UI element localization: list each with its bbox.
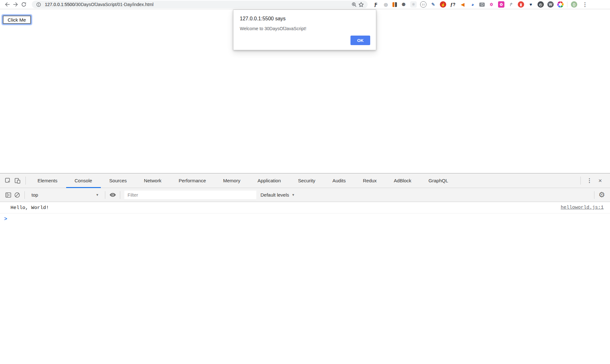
tab-application[interactable]: Application <box>249 173 289 188</box>
tab-adblock[interactable]: AdBlock <box>385 173 420 188</box>
devtools-tabs: ElementsConsoleSourcesNetworkPerformance… <box>29 173 457 188</box>
address-bar[interactable]: 127.0.0.1:5500/30DaysOfJavaScript/01-Day… <box>32 1 368 8</box>
alert-dialog-title: 127.0.0.1:5500 says <box>240 16 370 22</box>
json-viewer-extension-icon[interactable]: {} <box>571 1 577 8</box>
back-button[interactable] <box>3 1 11 8</box>
tab-console[interactable]: Console <box>66 173 101 188</box>
tab-graphql[interactable]: GraphQL <box>420 173 457 188</box>
devtools-tabbar-right: ⋮ × <box>577 173 610 188</box>
zoom-indicator-icon[interactable] <box>350 1 357 8</box>
back-arrow-icon <box>4 1 10 8</box>
inspect-element-button[interactable] <box>3 173 13 188</box>
levels-label: Default levels <box>260 192 289 198</box>
url-host: 127.0.0.1:5500 <box>45 2 74 7</box>
chevron-down-icon: ▼ <box>96 193 99 197</box>
disabled-atom-extension-icon[interactable]: ⚛ <box>410 1 417 8</box>
tab-audits[interactable]: Audits <box>324 173 354 188</box>
page-info-icon[interactable] <box>35 1 42 8</box>
alert-ok-button[interactable]: OK <box>350 36 370 45</box>
clear-console-button[interactable] <box>13 191 22 199</box>
gear-icon: ⚙ <box>599 191 605 199</box>
devtools-menu-button[interactable]: ⋮ <box>584 173 595 188</box>
console-toolbar: top ▼ Default levels ▼ ⚙ <box>0 188 610 202</box>
bug-extension-icon[interactable]: ⚉ <box>400 1 407 8</box>
devtools-panel: ElementsConsoleSourcesNetworkPerformance… <box>0 173 610 364</box>
divider <box>580 177 581 185</box>
tab-memory[interactable]: Memory <box>215 173 249 188</box>
devtools-close-button[interactable]: × <box>595 173 606 188</box>
execution-context-selector[interactable]: top ▼ <box>28 191 102 199</box>
divider <box>25 177 26 185</box>
console-message-text: Hello, World! <box>10 205 49 211</box>
alert-dialog-message: Welcome to 30DaysOfJavaScript! <box>240 26 370 31</box>
bookmark-star-icon[interactable] <box>357 1 364 8</box>
device-toolbar-button[interactable] <box>13 173 22 188</box>
reload-button[interactable] <box>20 1 28 8</box>
alert-dialog: 127.0.0.1:5500 says Welcome to 30DaysOfJ… <box>233 10 376 50</box>
forward-arrow-icon <box>12 1 19 8</box>
forward-button[interactable] <box>11 1 20 8</box>
console-messages: Hello, World!helloworld.js:1 <box>0 202 610 213</box>
tab-performance[interactable]: Performance <box>170 173 215 188</box>
red-bookmark-extension-icon[interactable]: ▮ <box>518 1 524 8</box>
url-text: 127.0.0.1:5500/30DaysOfJavaScript/01-Day… <box>45 2 154 7</box>
page-area: Click Me 127.0.0.1:5500 says Welcome to … <box>0 9 610 173</box>
browser-toolbar: 127.0.0.1:5500/30DaysOfJavaScript/01-Day… <box>0 0 610 9</box>
graphql-extension-icon[interactable]: ✡ <box>488 1 495 8</box>
reload-icon <box>21 1 27 8</box>
chevron-down-icon: ▼ <box>292 193 295 197</box>
click-me-button[interactable]: Click Me <box>3 16 31 24</box>
wave-circle-extension-icon[interactable]: W <box>547 1 554 8</box>
minus-circle-extension-icon[interactable]: (-) <box>420 1 426 8</box>
divider <box>24 191 25 199</box>
console-filter-input[interactable] <box>124 191 256 199</box>
browser-menu-button[interactable]: ⋮ <box>582 1 588 8</box>
devtools-tabbar: ElementsConsoleSourcesNetworkPerformance… <box>0 173 610 188</box>
console-prompt-chevron-icon: > <box>4 216 7 222</box>
camera-extension-icon[interactable] <box>479 3 485 7</box>
log-levels-selector[interactable]: Default levels ▼ <box>260 191 295 199</box>
blue-swirl-extension-icon[interactable]: ◕ <box>469 1 476 8</box>
extensions-row: Ƒ◎⚉⚛(-)✎☝ƒ?◀◕✡✿↱▮♥◴W{} <box>373 1 577 8</box>
live-expression-eye-button[interactable] <box>108 191 117 199</box>
fonts-extension-icon[interactable]: Ƒ <box>373 1 379 8</box>
function-extension-icon[interactable]: ƒ? <box>450 1 456 8</box>
divider <box>120 191 120 199</box>
megaphone-extension-icon[interactable]: ◀ <box>460 1 466 8</box>
tab-network[interactable]: Network <box>135 173 170 188</box>
context-label: top <box>31 192 38 198</box>
url-path: /30DaysOfJavaScript/01-Day/index.html <box>74 2 153 7</box>
console-sidebar-toggle-button[interactable] <box>4 191 13 199</box>
eyedropper-extension-icon[interactable]: ✎ <box>430 1 436 8</box>
gauge-circle-extension-icon[interactable]: ◴ <box>537 1 544 8</box>
console-settings-button[interactable]: ⚙ <box>597 191 606 199</box>
stop-hand-extension-icon[interactable]: ☝ <box>440 1 446 8</box>
gray-blocks-arrow-extension-icon[interactable]: ↱ <box>508 1 514 8</box>
tab-sources[interactable]: Sources <box>101 173 135 188</box>
divider <box>105 191 105 199</box>
tab-elements[interactable]: Elements <box>29 173 66 188</box>
console-toolbar-right: ⚙ <box>591 191 606 199</box>
console-prompt[interactable]: > <box>0 213 610 222</box>
console-message-row: Hello, World!helloworld.js:1 <box>0 202 610 213</box>
color-wheel-extension-icon[interactable] <box>557 1 564 8</box>
divider <box>567 2 567 7</box>
tab-security[interactable]: Security <box>289 173 324 188</box>
tab-redux[interactable]: Redux <box>354 173 385 188</box>
console-source-link[interactable]: helloworld.js:1 <box>561 205 604 210</box>
heart-search-extension-icon[interactable]: ♥ <box>528 1 534 8</box>
pink-gear-extension-icon[interactable]: ✿ <box>498 1 504 8</box>
orange-blocks-extension-icon[interactable] <box>392 2 397 7</box>
divider <box>594 191 594 199</box>
orbit-extension-icon[interactable]: ◎ <box>383 1 389 8</box>
